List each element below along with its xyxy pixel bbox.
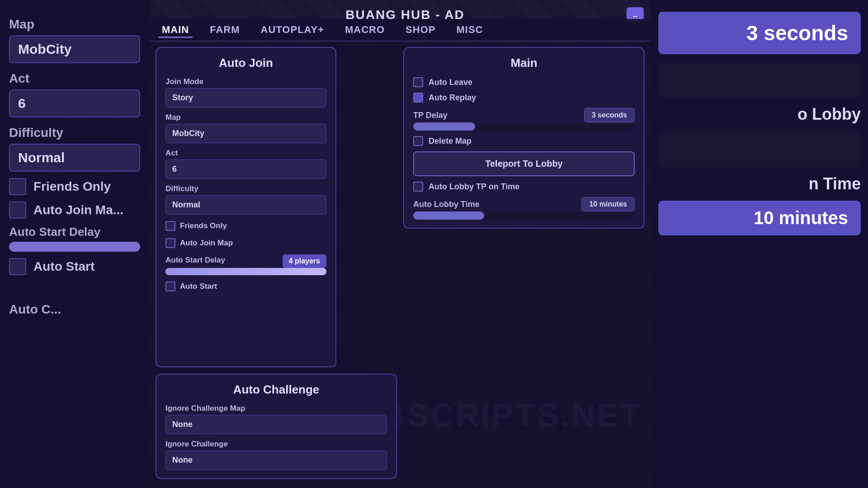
tab-macro[interactable]: MACRO: [341, 22, 388, 38]
auto-leave-row: Auto Leave: [413, 77, 635, 87]
sidebar-friends-only-row: Friends Only: [9, 178, 140, 195]
difficulty-field: Difficulty Normal: [165, 184, 326, 215]
sidebar-auto-start-delay-label: Auto Start Delay: [9, 225, 140, 239]
map-input[interactable]: MobCity: [165, 124, 326, 143]
sidebar-map-value: MobCity: [9, 35, 140, 63]
auto-lobby-time-label: Auto Lobby Time: [413, 200, 480, 209]
tab-farm[interactable]: FARM: [206, 22, 243, 38]
auto-start-delay-row: Auto Start Delay 4 players: [165, 254, 326, 268]
auto-replay-row: Auto Replay: [413, 93, 635, 103]
right-time-value: 10 minutes: [658, 201, 861, 235]
sidebar-auto-challenge-label: Auto C...: [9, 302, 140, 317]
delete-map-label: Delete Map: [429, 136, 472, 146]
tab-misc[interactable]: MISC: [453, 22, 486, 38]
act-input[interactable]: 6: [165, 160, 326, 179]
tab-main[interactable]: MAIN: [158, 22, 193, 38]
ignore-challenge-map-field: Ignore Challenge Map None: [165, 404, 387, 434]
ignore-challenge-label: Ignore Challenge: [165, 440, 387, 449]
tab-shop[interactable]: SHOP: [402, 22, 439, 38]
right-lobby-label: o Lobby: [651, 101, 868, 127]
right-dark-box-1: [658, 61, 861, 98]
act-label: Act: [165, 149, 326, 158]
auto-join-map-row: Auto Join Map: [165, 238, 326, 248]
auto-start-checkbox[interactable]: [165, 282, 175, 291]
auto-lobby-tp-checkbox[interactable]: [413, 182, 423, 192]
ignore-challenge-map-label: Ignore Challenge Map: [165, 404, 387, 413]
auto-lobby-time-row: Auto Lobby Time 10 minutes: [413, 197, 635, 211]
right-dark-box-2: [658, 131, 861, 167]
friends-only-checkbox[interactable]: [165, 221, 175, 231]
sidebar-difficulty-label: Difficulty: [9, 126, 140, 140]
auto-start-delay-slider[interactable]: [165, 268, 326, 275]
tp-delay-slider-track[interactable]: [413, 122, 635, 131]
auto-start-delay-section: Auto Start Delay 4 players: [165, 254, 326, 275]
difficulty-input[interactable]: Normal: [165, 195, 326, 215]
sidebar-auto-join-map-checkbox[interactable]: [9, 202, 26, 219]
friends-only-row: Friends Only: [165, 221, 326, 231]
sidebar-act-value: 6: [9, 89, 140, 117]
difficulty-label: Difficulty: [165, 184, 326, 193]
teleport-to-lobby-button[interactable]: Teleport To Lobby: [413, 151, 635, 176]
auto-challenge-title: Auto Challenge: [165, 383, 387, 397]
tp-delay-row: TP Delay 3 seconds: [413, 108, 635, 122]
map-field: Map MobCity: [165, 113, 326, 143]
tp-delay-slider-fill: [413, 122, 475, 131]
map-label: Map: [165, 113, 326, 122]
auto-lobby-tp-row: Auto Lobby TP on Time: [413, 182, 635, 192]
left-sidebar: Map MobCity Act 6 Difficulty Normal Frie…: [0, 0, 149, 488]
auto-challenge-panel: Auto Challenge Ignore Challenge Map None…: [156, 374, 397, 479]
sidebar-act-label: Act: [9, 71, 140, 86]
auto-join-map-label: Auto Join Map: [180, 239, 233, 248]
sidebar-map-label: Map: [9, 17, 140, 32]
right-bg-panel: 3 seconds o Lobby n Time 10 minutes: [651, 0, 868, 488]
auto-join-panel: Auto Join Join Mode Story Map MobCity Ac…: [156, 47, 336, 367]
sidebar-difficulty-value: Normal: [9, 144, 140, 172]
sidebar-auto-join-map-label: Auto Join Ma...: [33, 203, 123, 217]
auto-join-map-checkbox[interactable]: [165, 238, 175, 248]
join-mode-label: Join Mode: [165, 77, 326, 86]
auto-lobby-tp-label: Auto Lobby TP on Time: [429, 182, 519, 192]
act-field: Act 6: [165, 149, 326, 179]
sidebar-auto-start-label: Auto Start: [33, 259, 94, 274]
auto-start-row: Auto Start: [165, 282, 326, 291]
sidebar-auto-start-delay-slider[interactable]: [9, 242, 140, 252]
right-on-time-label: n Time: [651, 171, 868, 197]
tp-delay-section: TP Delay 3 seconds: [413, 108, 635, 131]
auto-replay-label: Auto Replay: [429, 93, 476, 103]
main-content: Auto Join Join Mode Story Map MobCity Ac…: [149, 41, 651, 488]
auto-start-delay-value: 4 players: [283, 254, 326, 268]
main-panel-title: Main: [413, 56, 635, 70]
auto-start-label: Auto Start: [180, 282, 217, 291]
ignore-challenge-map-input[interactable]: None: [165, 415, 387, 434]
right-column: Main Auto Leave Auto Replay TP Delay 3 s…: [403, 47, 645, 479]
join-mode-field: Join Mode Story: [165, 77, 326, 108]
auto-lobby-time-slider-track[interactable]: [413, 211, 635, 220]
sidebar-auto-start-row: Auto Start: [9, 258, 140, 275]
right-timer-badge: 3 seconds: [658, 12, 861, 54]
tab-autoplay-plus[interactable]: AUTOPLAY+: [257, 22, 328, 38]
auto-start-delay-label: Auto Start Delay: [165, 256, 225, 265]
friends-only-label: Friends Only: [180, 221, 227, 230]
auto-leave-label: Auto Leave: [429, 78, 472, 87]
sidebar-auto-start-checkbox[interactable]: [9, 258, 26, 275]
delete-map-checkbox[interactable]: [413, 136, 423, 146]
left-column: Auto Join Join Mode Story Map MobCity Ac…: [156, 47, 397, 479]
auto-lobby-time-value: 10 minutes: [581, 197, 635, 211]
sidebar-friends-only-checkbox[interactable]: [9, 178, 26, 195]
auto-join-title: Auto Join: [165, 56, 326, 70]
ignore-challenge-input[interactable]: None: [165, 450, 387, 470]
auto-replay-checkbox[interactable]: [413, 93, 423, 103]
sidebar-auto-join-map-row: Auto Join Ma...: [9, 202, 140, 219]
tp-delay-value: 3 seconds: [584, 108, 635, 122]
ignore-challenge-field: Ignore Challenge None: [165, 440, 387, 470]
auto-lobby-time-section: Auto Lobby Time 10 minutes: [413, 197, 635, 220]
auto-start-delay-slider-fill: [165, 268, 318, 275]
delete-map-row: Delete Map: [413, 136, 635, 146]
main-panel: Main Auto Leave Auto Replay TP Delay 3 s…: [403, 47, 645, 229]
join-mode-input[interactable]: Story: [165, 88, 326, 108]
sidebar-friends-only-label: Friends Only: [33, 179, 111, 194]
auto-lobby-time-slider-fill: [413, 211, 484, 220]
nav-tabs: MAIN FARM AUTOPLAY+ MACRO SHOP MISC: [149, 19, 651, 42]
tp-delay-label: TP Delay: [413, 111, 448, 120]
auto-leave-checkbox[interactable]: [413, 77, 423, 87]
